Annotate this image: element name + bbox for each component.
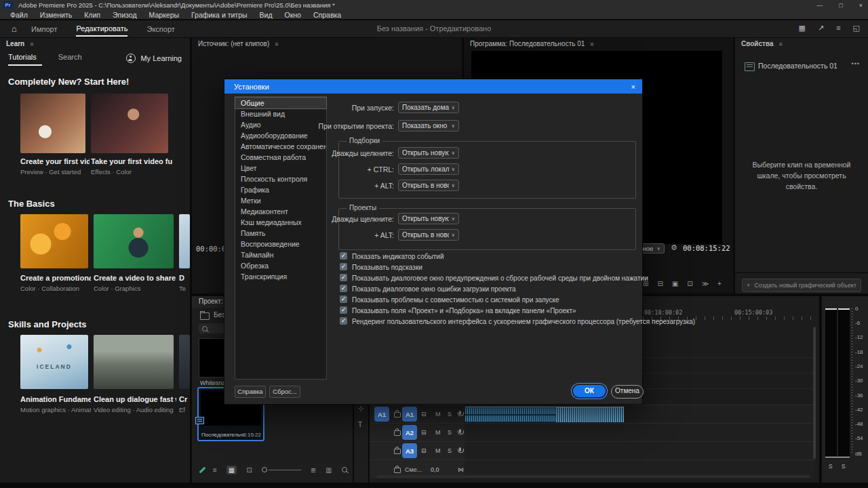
card-thumbnail-partial[interactable] [179, 214, 190, 268]
menu-item-view[interactable]: Вид [254, 11, 279, 19]
menu-item-help[interactable]: Справка [307, 11, 347, 19]
card-title[interactable]: Create your first video [20, 157, 90, 165]
audio-clip[interactable] [465, 407, 624, 422]
solo-button[interactable]: S [448, 447, 452, 454]
menu-item-edit[interactable]: Изменить [34, 11, 78, 19]
create-graphic-button[interactable]: + Создать новый графический объект [742, 279, 861, 292]
cancel-button[interactable]: Отмена [611, 385, 644, 399]
hand-tool-icon[interactable]: ⊹ [358, 405, 363, 412]
dialog-title-bar[interactable]: Установки × [224, 79, 642, 94]
checkbox-label[interactable]: Показывать поля «Проект» и «Подборка» на… [352, 307, 576, 314]
card-title-partial[interactable]: D [179, 274, 190, 282]
nav-item[interactable]: Метки [235, 195, 326, 206]
track-monitor-icon[interactable]: ⊟ [421, 447, 427, 454]
solo-button[interactable]: S [448, 429, 452, 436]
checkbox-checked[interactable] [340, 296, 347, 303]
source-patch-badge[interactable]: A1 [374, 407, 389, 422]
slideshow-icon[interactable]: ⊡ [246, 466, 252, 474]
checkbox-checked[interactable] [340, 274, 347, 281]
more-options-icon[interactable]: ••• [852, 60, 860, 67]
find-icon[interactable] [342, 467, 347, 472]
type-tool-icon[interactable]: T [358, 421, 362, 428]
card-thumbnail-partial[interactable] [179, 335, 190, 389]
bins-doubleclick-dropdown[interactable]: Открыть новую вк...∨ [398, 147, 459, 159]
panel-menu-icon[interactable]: ≡ [590, 41, 593, 47]
checkbox-label[interactable]: Показывать подсказки [352, 264, 422, 271]
list-view-icon[interactable]: ≡ [213, 466, 217, 474]
menu-item-file[interactable]: Файл [4, 11, 34, 19]
bins-alt-dropdown[interactable]: Открыть в новом о...∨ [398, 180, 459, 191]
mute-button[interactable]: M [435, 429, 441, 436]
track-badge[interactable]: A2 [402, 425, 417, 440]
track-badge[interactable]: A1 [402, 407, 417, 422]
card-title[interactable]: Take your first video further [91, 157, 172, 165]
track-badge[interactable]: A3 [402, 443, 417, 458]
mute-button[interactable]: M [435, 411, 441, 418]
nav-item[interactable]: Воспроизведение [235, 239, 326, 249]
maximize-button[interactable]: □ [839, 2, 842, 9]
vertical-scrollbar[interactable] [813, 327, 816, 459]
panel-menu-icon[interactable]: ≡ [836, 24, 840, 33]
filmstrip-icon[interactable]: ▥ [326, 466, 332, 474]
checkbox-label[interactable]: Показать индикатор событий [352, 253, 443, 260]
checkbox-checked[interactable] [340, 252, 347, 260]
projects-doubleclick-dropdown[interactable]: Открыть новую вк...∨ [398, 213, 459, 224]
card-thumbnail[interactable]: ICELAND [20, 335, 88, 389]
menu-item-clip[interactable]: Клип [78, 11, 106, 19]
projects-alt-dropdown[interactable]: Открыть в новом о...∨ [398, 229, 459, 241]
settings-wrench-icon[interactable]: ⚙ [671, 243, 677, 252]
card-title[interactable]: Animation Fundamentals [20, 395, 91, 403]
startup-dropdown[interactable]: Показать домашн...∨ [398, 102, 459, 113]
nav-item[interactable]: Аудиооборудование [235, 130, 326, 141]
checkbox-label[interactable]: Рендеринг пользовательского интерфейса с… [352, 318, 695, 325]
checkbox-label[interactable]: Показать диалоговое окно ошибки загрузки… [352, 285, 516, 293]
card-thumbnail[interactable] [91, 94, 168, 153]
checkbox-checked[interactable] [340, 317, 347, 325]
nav-item[interactable]: Таймлайн [235, 249, 326, 260]
sort-icon[interactable]: ≣ [311, 466, 316, 474]
bin-up-icon[interactable] [200, 312, 210, 320]
panel-menu-icon[interactable]: ≡ [30, 41, 33, 47]
mic-icon[interactable] [459, 411, 461, 415]
mic-icon[interactable] [459, 447, 461, 451]
card-thumbnail[interactable] [20, 214, 88, 268]
nav-item[interactable]: Обрезка [235, 260, 326, 271]
card-thumbnail[interactable] [20, 94, 85, 153]
fullscreen-icon[interactable]: ◱ [853, 24, 860, 33]
mix-gain-value[interactable]: 0,0 [431, 466, 439, 473]
card-title-partial[interactable]: Cr [179, 395, 190, 403]
menu-item-sequence[interactable]: Эпизод [106, 11, 143, 19]
nav-item[interactable]: Транскрипция [235, 271, 326, 282]
close-button[interactable]: × [859, 2, 863, 9]
mute-button[interactable]: M [435, 447, 441, 454]
tab-tutorials[interactable]: Tutorials [8, 53, 37, 61]
checkbox-checked[interactable] [340, 263, 347, 270]
panel-menu-icon[interactable]: ≡ [275, 41, 278, 47]
solo-left-button[interactable]: S [829, 463, 833, 470]
track-monitor-icon[interactable]: ⊟ [421, 411, 427, 418]
icon-view-icon[interactable]: ▦ [226, 466, 237, 474]
sequence-name[interactable]: Последовательность 01 [758, 62, 838, 70]
tab-search[interactable]: Search [58, 53, 82, 61]
open-project-dropdown[interactable]: Показать окно отк...∨ [398, 120, 459, 131]
extract-icon[interactable]: ⊟ [657, 280, 663, 287]
ok-button[interactable]: ОК [573, 385, 606, 397]
dialog-close-icon[interactable]: × [631, 83, 635, 91]
card-title[interactable]: Clean up dialogue fast wit... [94, 395, 176, 403]
mic-icon[interactable] [459, 429, 461, 433]
add-button-icon[interactable]: + [717, 280, 722, 287]
lock-icon[interactable] [394, 449, 401, 454]
my-learning-button[interactable]: My Learning [126, 54, 182, 63]
checkbox-label[interactable]: Показывать диалоговое окно предупреждени… [352, 274, 648, 282]
checkbox-checked[interactable] [340, 285, 347, 292]
horizontal-scrollbar[interactable] [376, 475, 810, 478]
zoom-slider[interactable] [262, 467, 301, 472]
lock-icon[interactable] [394, 468, 401, 473]
bins-ctrl-dropdown[interactable]: Открыть локально∨ [398, 163, 459, 175]
more-controls-icon[interactable]: ≫ [702, 280, 709, 287]
fit-icon[interactable]: ⋈ [458, 466, 464, 473]
solo-right-button[interactable]: S [842, 463, 846, 470]
minimize-button[interactable]: — [816, 2, 823, 9]
lock-icon[interactable] [394, 430, 401, 436]
card-thumbnail[interactable] [94, 214, 174, 268]
